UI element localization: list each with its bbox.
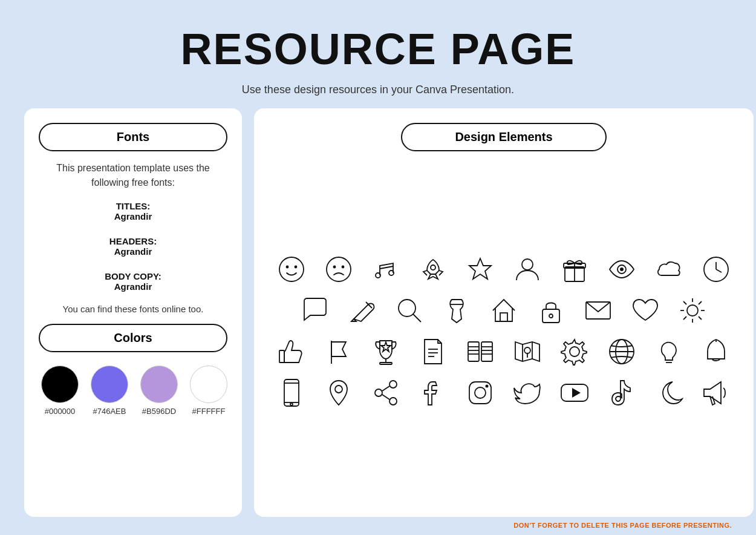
svg-line-72 — [382, 386, 389, 391]
color-swatch-black: #000000 — [41, 366, 79, 416]
fonts-label: Fonts — [39, 123, 227, 151]
design-elements-header: Design Elements — [273, 123, 734, 151]
svg-point-16 — [620, 268, 624, 271]
colors-label: Colors — [39, 324, 227, 352]
svg-rect-24 — [500, 313, 507, 321]
svg-line-34 — [699, 317, 702, 320]
megaphone-icon — [698, 375, 734, 411]
sad-icon — [321, 251, 357, 287]
color-swatch-white: #FFFFFF — [190, 366, 227, 416]
left-panel: Fonts This presentation template uses th… — [24, 108, 242, 517]
cloud-icon — [651, 251, 687, 287]
color-circle-lavender — [140, 366, 178, 403]
footer-note: DON'T FORGET TO DELETE THIS PAGE BEFORE … — [0, 517, 756, 535]
svg-point-71 — [389, 398, 397, 405]
book-icon — [462, 333, 498, 370]
rocket-icon — [415, 251, 451, 287]
svg-line-8 — [380, 266, 393, 269]
svg-point-9 — [431, 265, 435, 270]
settings-icon — [556, 333, 593, 370]
page-subtitle: Use these design resources in your Canva… — [181, 84, 576, 96]
color-circle-purple — [91, 366, 128, 403]
svg-line-73 — [382, 395, 389, 399]
flag-icon — [321, 333, 357, 370]
svg-line-33 — [683, 301, 686, 304]
svg-marker-10 — [469, 258, 491, 279]
music-icon — [368, 251, 404, 287]
smiley-icon — [273, 251, 310, 287]
icons-grid — [273, 160, 734, 502]
color-swatch-lavender: #B596DD — [140, 366, 178, 416]
facebook-icon — [415, 375, 451, 411]
svg-point-0 — [279, 257, 304, 281]
svg-line-19 — [716, 269, 722, 272]
tiktok-icon — [604, 375, 640, 411]
thumbs-up-icon — [273, 333, 310, 370]
svg-point-69 — [389, 381, 397, 388]
svg-point-2 — [295, 266, 297, 268]
svg-point-5 — [342, 266, 344, 268]
svg-point-76 — [486, 385, 489, 388]
color-hex-black: #000000 — [45, 407, 76, 416]
colors-row: #000000 #746AEB #B596DD #FFFFFF — [39, 359, 227, 422]
svg-rect-25 — [543, 309, 559, 323]
svg-rect-37 — [279, 350, 284, 363]
lightbulb-icon — [651, 333, 687, 370]
chat-icon — [297, 292, 333, 329]
font-entry-titles: TITLES: Agrandir — [39, 201, 227, 222]
icons-row-3 — [273, 333, 734, 370]
mail-icon — [580, 292, 616, 329]
globe-icon — [604, 333, 640, 370]
fonts-find: You can find these fonts online too. — [39, 303, 227, 317]
color-hex-purple: #746AEB — [93, 407, 126, 416]
share-icon — [368, 375, 404, 411]
font-name-headers: Agrandir — [39, 246, 227, 257]
youtube-icon — [556, 375, 593, 411]
font-label-headers: HEADERS: — [39, 236, 227, 246]
pencil-icon — [344, 292, 380, 329]
svg-point-26 — [549, 314, 553, 318]
svg-rect-45 — [468, 342, 479, 361]
search-icon — [391, 292, 428, 329]
right-panel: Design Elements — [254, 108, 754, 517]
svg-point-67 — [290, 403, 293, 405]
lock-icon — [533, 292, 569, 329]
font-entry-headers: HEADERS: Agrandir — [39, 236, 227, 257]
font-entry-body: BODY COPY: Agrandir — [39, 271, 227, 292]
svg-point-57 — [570, 347, 579, 356]
content-row: Fonts This presentation template uses th… — [0, 108, 756, 517]
font-name-titles: Agrandir — [39, 211, 227, 222]
svg-marker-78 — [572, 388, 581, 398]
svg-point-1 — [287, 266, 288, 268]
svg-line-35 — [699, 301, 702, 304]
icons-row-1 — [273, 251, 734, 287]
document-icon — [415, 333, 451, 370]
page-title: RESOURCE PAGE — [181, 24, 576, 74]
trophy-icon — [368, 333, 404, 370]
svg-line-22 — [413, 314, 421, 322]
twitter-icon — [509, 375, 546, 411]
gift-icon — [556, 251, 593, 287]
pin-icon — [438, 292, 475, 329]
svg-point-75 — [475, 387, 486, 398]
color-circle-black — [41, 366, 79, 403]
font-label-titles: TITLES: — [39, 201, 227, 211]
svg-point-3 — [327, 257, 351, 281]
user-icon — [509, 251, 546, 287]
svg-marker-41 — [381, 342, 391, 352]
svg-point-56 — [524, 347, 530, 353]
star-icon — [462, 251, 498, 287]
fonts-description: This presentation template uses the foll… — [39, 161, 227, 190]
sun-icon — [674, 292, 711, 329]
icons-row-4 — [273, 375, 734, 411]
instagram-icon — [462, 375, 498, 411]
eye-icon — [604, 251, 640, 287]
svg-point-28 — [687, 305, 698, 316]
svg-rect-40 — [380, 363, 392, 364]
page-header: RESOURCE PAGE Use these design resources… — [181, 0, 576, 108]
svg-point-11 — [522, 259, 533, 270]
heart-icon — [627, 292, 663, 329]
svg-line-36 — [683, 317, 686, 320]
svg-point-21 — [399, 300, 415, 317]
font-label-body: BODY COPY: — [39, 271, 227, 281]
